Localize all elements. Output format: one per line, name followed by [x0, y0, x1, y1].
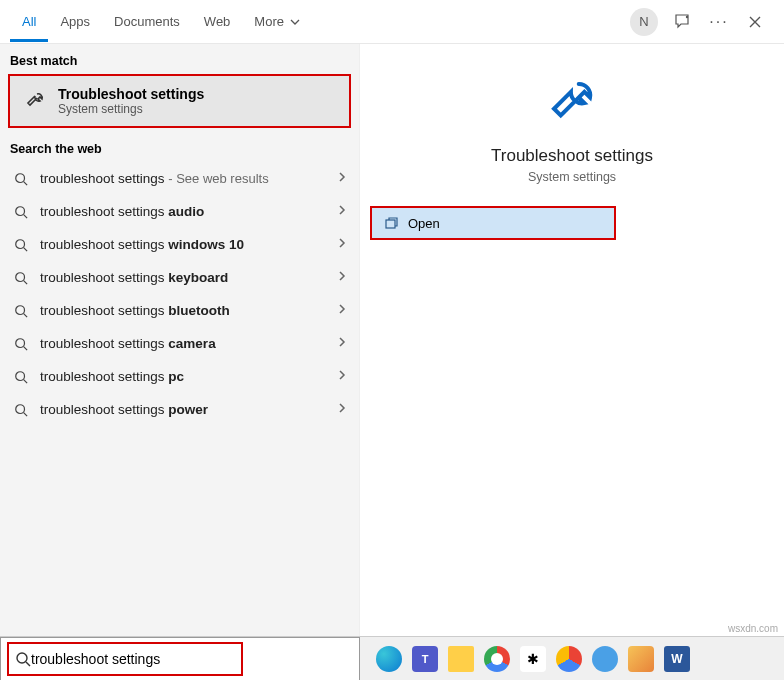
chevron-right-icon — [337, 402, 347, 417]
edge-icon[interactable] — [376, 646, 402, 672]
open-label: Open — [408, 216, 440, 231]
wrench-icon — [22, 88, 48, 114]
close-icon[interactable] — [744, 11, 766, 33]
svg-point-5 — [16, 305, 25, 314]
file-explorer-icon[interactable] — [448, 646, 474, 672]
web-result[interactable]: troubleshoot settings audio — [0, 195, 359, 228]
search-input-wrap[interactable] — [7, 642, 243, 676]
svg-point-8 — [16, 404, 25, 413]
paint-icon[interactable] — [628, 646, 654, 672]
bottom-bar: T ✱ W — [0, 636, 784, 680]
search-icon — [12, 172, 30, 186]
chevron-right-icon — [337, 237, 347, 252]
result-text: troubleshoot settings power — [40, 402, 327, 417]
chevron-down-icon — [290, 17, 300, 27]
chevron-right-icon — [337, 204, 347, 219]
search-input[interactable] — [31, 651, 221, 667]
chevron-right-icon — [337, 303, 347, 318]
taskbar: T ✱ W — [360, 637, 784, 681]
preview-title: Troubleshoot settings — [491, 146, 653, 166]
chevron-right-icon — [337, 171, 347, 186]
section-best-match: Best match — [0, 44, 359, 74]
best-match-subtitle: System settings — [58, 102, 204, 116]
open-action[interactable]: Open — [370, 206, 616, 240]
result-text: troubleshoot settings audio — [40, 204, 327, 219]
result-text: troubleshoot settings windows 10 — [40, 237, 327, 252]
wrench-icon — [542, 72, 602, 132]
tab-more[interactable]: More — [242, 2, 311, 42]
web-result[interactable]: troubleshoot settings - See web results — [0, 162, 359, 195]
web-result[interactable]: troubleshoot settings windows 10 — [0, 228, 359, 261]
result-text: troubleshoot settings keyboard — [40, 270, 327, 285]
svg-point-0 — [686, 15, 688, 17]
tab-apps[interactable]: Apps — [48, 2, 102, 42]
section-search-web: Search the web — [0, 132, 359, 162]
preview-panel: Troubleshoot settings System settings Op… — [360, 44, 784, 636]
svg-rect-9 — [386, 220, 395, 228]
feedback-icon[interactable] — [672, 11, 694, 33]
open-icon — [384, 216, 398, 230]
watermark: wsxdn.com — [728, 623, 778, 634]
svg-point-1 — [16, 173, 25, 182]
web-result[interactable]: troubleshoot settings keyboard — [0, 261, 359, 294]
result-text: troubleshoot settings camera — [40, 336, 327, 351]
user-avatar[interactable]: N — [630, 8, 658, 36]
chrome-icon[interactable] — [484, 646, 510, 672]
search-icon — [12, 337, 30, 351]
svg-point-7 — [16, 371, 25, 380]
preview-subtitle: System settings — [528, 170, 616, 184]
search-icon — [12, 205, 30, 219]
results-panel: Best match Troubleshoot settings System … — [0, 44, 360, 636]
web-result[interactable]: troubleshoot settings pc — [0, 360, 359, 393]
svg-point-4 — [16, 272, 25, 281]
svg-point-6 — [16, 338, 25, 347]
more-options-icon[interactable]: ··· — [708, 11, 730, 33]
result-text: troubleshoot settings - See web results — [40, 171, 327, 186]
svg-point-3 — [16, 239, 25, 248]
svg-point-10 — [17, 653, 27, 663]
search-icon — [12, 271, 30, 285]
teams-icon[interactable]: T — [412, 646, 438, 672]
web-result[interactable]: troubleshoot settings camera — [0, 327, 359, 360]
tab-all[interactable]: All — [10, 2, 48, 42]
app-icon[interactable] — [592, 646, 618, 672]
search-icon — [12, 403, 30, 417]
chevron-right-icon — [337, 336, 347, 351]
best-match-title: Troubleshoot settings — [58, 86, 204, 102]
web-result[interactable]: troubleshoot settings power — [0, 393, 359, 426]
slack-icon[interactable]: ✱ — [520, 646, 546, 672]
tab-web[interactable]: Web — [192, 2, 243, 42]
svg-point-2 — [16, 206, 25, 215]
web-result[interactable]: troubleshoot settings bluetooth — [0, 294, 359, 327]
chevron-right-icon — [337, 369, 347, 384]
word-icon[interactable]: W — [664, 646, 690, 672]
chrome-beta-icon[interactable] — [556, 646, 582, 672]
search-icon — [15, 651, 31, 667]
result-text: troubleshoot settings pc — [40, 369, 327, 384]
tab-documents[interactable]: Documents — [102, 2, 192, 42]
search-icon — [12, 238, 30, 252]
result-text: troubleshoot settings bluetooth — [40, 303, 327, 318]
chevron-right-icon — [337, 270, 347, 285]
search-area — [0, 637, 360, 681]
search-filter-tabs: All Apps Documents Web More N ··· — [0, 0, 784, 44]
best-match-result[interactable]: Troubleshoot settings System settings — [8, 74, 351, 128]
search-icon — [12, 304, 30, 318]
search-icon — [12, 370, 30, 384]
